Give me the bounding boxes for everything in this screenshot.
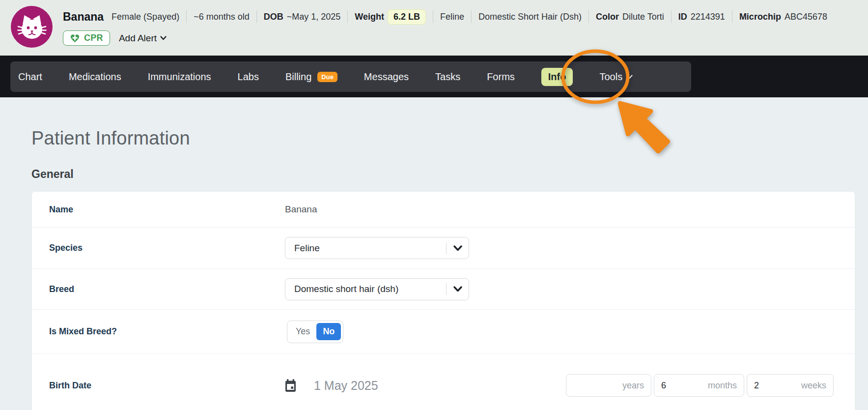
patient-dob: DOB ~May 1, 2025: [264, 12, 341, 22]
patient-age: ~6 months old: [194, 12, 250, 22]
nav-tab-container: Chart Medications Immunizations Labs Bil…: [10, 61, 691, 92]
patient-meta-line: Banana Female (Spayed) ~6 months old DOB…: [63, 5, 863, 29]
mixed-breed-no-option[interactable]: No: [316, 323, 341, 340]
tab-tools[interactable]: Tools: [599, 71, 633, 83]
tab-info[interactable]: Info: [541, 68, 573, 86]
section-title-general: General: [31, 168, 855, 181]
tab-forms[interactable]: Forms: [487, 71, 515, 83]
tab-immunizations[interactable]: Immunizations: [148, 71, 211, 83]
breed-label: Breed: [49, 284, 285, 294]
patient-microchip: Microchip ABC45678: [739, 12, 827, 22]
patient-nav-bar: Chart Medications Immunizations Labs Bil…: [0, 56, 868, 97]
patient-color: Color Dilute Torti: [596, 12, 664, 22]
add-alert-button[interactable]: Add Alert: [119, 33, 167, 44]
cat-face-icon: [16, 11, 48, 43]
mixed-breed-toggle: Yes No: [287, 321, 343, 343]
meta-separator: [732, 10, 732, 23]
breed-select[interactable]: Domestic short hair (dsh): [285, 278, 469, 300]
tab-medications[interactable]: Medications: [69, 71, 121, 83]
species-select-value: Feline: [285, 243, 446, 254]
chevron-down-icon: [447, 245, 469, 251]
patient-name: Banana: [63, 10, 104, 24]
patient-species: Feline: [440, 12, 464, 22]
meta-separator: [347, 10, 348, 23]
birth-date-picker[interactable]: 1 May 2025: [285, 379, 378, 393]
chevron-down-icon: [447, 286, 469, 292]
weight-badge[interactable]: 6.2 LB: [388, 9, 426, 25]
meta-separator: [433, 10, 433, 23]
row-breed: Breed Domestic short hair (dsh): [32, 269, 855, 310]
meta-separator: [186, 10, 187, 23]
cpr-badge-label: CPR: [84, 33, 103, 43]
meta-separator: [671, 10, 672, 23]
species-select[interactable]: Feline: [285, 237, 469, 259]
tab-billing[interactable]: Billing Due: [285, 71, 337, 83]
meta-separator: [256, 10, 257, 23]
name-value: Banana: [285, 204, 317, 215]
patient-id: ID 2214391: [678, 12, 725, 22]
meta-separator: [588, 10, 589, 23]
row-species: Species Feline: [32, 228, 855, 269]
cpr-heart-icon: [70, 33, 80, 43]
tab-chart[interactable]: Chart: [18, 71, 42, 83]
add-alert-label: Add Alert: [119, 33, 157, 44]
patient-header: Banana Female (Spayed) ~6 months old DOB…: [0, 0, 868, 56]
age-fields-group: years 6 months 2 weeks: [566, 374, 834, 397]
age-years-input[interactable]: years: [566, 374, 651, 397]
patient-breed: Domestic Short Hair (Dsh): [478, 12, 582, 22]
row-name: Name Banana: [32, 192, 855, 228]
birth-date-value: 1 May 2025: [314, 379, 378, 393]
age-weeks-input[interactable]: 2 weeks: [747, 374, 834, 397]
tab-tasks[interactable]: Tasks: [435, 71, 460, 83]
patient-weight: Weight 6.2 LB: [355, 9, 426, 25]
row-mixed-breed: Is Mixed Breed? Yes No: [32, 310, 855, 354]
chevron-down-icon: [160, 36, 167, 40]
calendar-icon: [285, 379, 296, 392]
cpr-badge[interactable]: CPR: [63, 30, 110, 46]
general-info-card: Name Banana Species Feline Breed Domesti…: [32, 192, 855, 410]
patient-avatar[interactable]: [11, 6, 53, 48]
main-content: Patient Information General Name Banana …: [0, 97, 868, 410]
mixed-breed-label: Is Mixed Breed?: [49, 326, 285, 337]
row-birth-date: Birth Date 1 May 2025 years: [32, 354, 855, 410]
birth-date-label: Birth Date: [49, 381, 285, 391]
tab-labs[interactable]: Labs: [238, 71, 259, 83]
chevron-down-icon: [626, 75, 633, 79]
species-label: Species: [49, 243, 285, 253]
age-months-input[interactable]: 6 months: [654, 374, 744, 397]
name-label: Name: [49, 205, 285, 215]
meta-separator: [471, 10, 472, 23]
billing-due-badge: Due: [317, 72, 337, 82]
mixed-breed-yes-option[interactable]: Yes: [289, 326, 316, 337]
page-title: Patient Information: [31, 97, 855, 149]
patient-sex: Female (Spayed): [112, 12, 179, 22]
breed-select-value: Domestic short hair (dsh): [285, 284, 446, 294]
tab-messages[interactable]: Messages: [364, 71, 409, 83]
